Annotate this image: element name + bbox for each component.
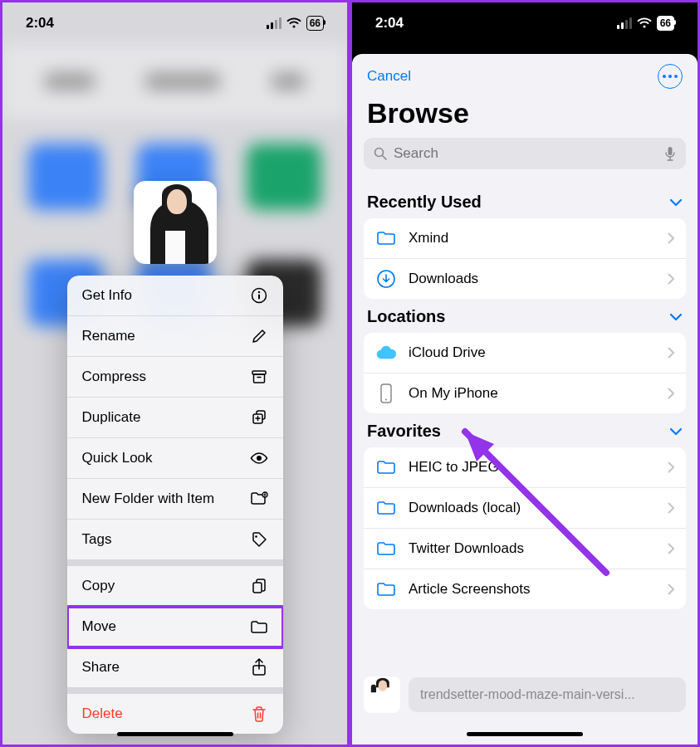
- svg-point-7: [257, 456, 262, 461]
- home-indicator[interactable]: [467, 732, 583, 736]
- info-icon: [250, 286, 268, 305]
- row-label: Downloads: [409, 271, 478, 287]
- row-label: On My iPhone: [409, 385, 498, 402]
- svg-point-13: [668, 75, 672, 78]
- icloud-icon: [375, 342, 397, 364]
- location-row-twitter-downloads[interactable]: Twitter Downloads: [364, 529, 686, 569]
- page-title: Browse: [352, 94, 698, 138]
- eye-icon: [250, 449, 268, 467]
- menu-item-label: Compress: [82, 369, 146, 385]
- chevron-right-icon: [668, 388, 674, 399]
- screenshot-left: 2:04 66 Get InfoRenameCompressDuplicateQ…: [0, 0, 350, 747]
- chevron-right-icon: [668, 461, 674, 473]
- section-header-favorites[interactable]: Favorites: [352, 413, 698, 447]
- mic-icon[interactable]: [664, 146, 676, 161]
- share-icon: [250, 658, 268, 676]
- chevron-right-icon: [668, 273, 674, 285]
- chevron-down-icon[interactable]: [669, 313, 683, 321]
- list: HEIC to JPEGDownloads (local)Twitter Dow…: [364, 447, 686, 609]
- cancel-button[interactable]: Cancel: [367, 68, 411, 85]
- section-title: Favorites: [367, 422, 441, 441]
- battery-icon: 66: [657, 16, 674, 31]
- row-label: iCloud Drive: [409, 344, 486, 361]
- menu-item-label: Rename: [82, 328, 135, 344]
- section-header-locations[interactable]: Locations: [352, 299, 698, 333]
- context-menu: Get InfoRenameCompressDuplicateQuick Loo…: [67, 276, 283, 734]
- iphone-icon: [375, 383, 397, 404]
- menu-item-new-folder-with-item[interactable]: New Folder with Item: [67, 479, 283, 520]
- svg-point-9: [255, 535, 257, 538]
- signal-icon: [267, 17, 281, 29]
- home-indicator[interactable]: [117, 732, 233, 736]
- chevron-down-icon[interactable]: [669, 198, 683, 207]
- menu-item-label: Copy: [82, 578, 115, 594]
- moving-file-thumb: [364, 676, 400, 713]
- screenshot-right: 2:04 66 Cancel Browse Recently UsedX: [350, 0, 700, 747]
- section-title: Recently Used: [367, 193, 482, 212]
- svg-rect-4: [253, 374, 264, 383]
- more-options-button[interactable]: [658, 64, 683, 89]
- svg-point-14: [674, 75, 678, 78]
- menu-item-copy[interactable]: Copy: [67, 566, 283, 607]
- row-label: Twitter Downloads: [409, 540, 524, 557]
- section-header-recently-used[interactable]: Recently Used: [352, 184, 698, 218]
- folder-icon: [375, 579, 397, 600]
- chevron-right-icon: [668, 502, 674, 514]
- chevron-right-icon: [668, 543, 674, 554]
- menu-item-move[interactable]: Move: [67, 607, 283, 647]
- location-row-on-my-iphone[interactable]: On My iPhone: [364, 374, 686, 413]
- section-title: Locations: [367, 307, 445, 326]
- row-label: Article Screenshots: [409, 581, 530, 598]
- menu-item-get-info[interactable]: Get Info: [67, 276, 283, 316]
- tag-icon: [250, 530, 268, 549]
- folder-icon: [375, 497, 397, 519]
- search-input[interactable]: [394, 145, 658, 162]
- location-row-downloads-(local)[interactable]: Downloads (local): [364, 488, 686, 529]
- duplicate-icon: [250, 408, 268, 427]
- menu-item-duplicate[interactable]: Duplicate: [67, 398, 283, 438]
- location-row-article-screenshots[interactable]: Article Screenshots: [364, 569, 686, 609]
- list: iCloud DriveOn My iPhone: [364, 333, 686, 413]
- search-field[interactable]: [364, 138, 686, 169]
- status-time: 2:04: [26, 15, 54, 32]
- row-label: HEIC to JPEG: [409, 459, 499, 476]
- battery-icon: 66: [306, 16, 324, 31]
- location-row-xmind[interactable]: Xmind: [364, 218, 686, 259]
- location-row-heic-to-jpeg[interactable]: HEIC to JPEG: [364, 447, 686, 488]
- chevron-down-icon[interactable]: [669, 427, 683, 436]
- menu-item-rename[interactable]: Rename: [67, 316, 283, 357]
- wifi-icon: [286, 17, 301, 29]
- archive-icon: [250, 368, 268, 386]
- svg-rect-2: [258, 295, 260, 300]
- move-sheet: Cancel Browse Recently UsedXmindDownload…: [352, 54, 698, 745]
- copy-icon: [250, 577, 268, 595]
- menu-item-label: Tags: [82, 531, 112, 548]
- svg-point-20: [385, 399, 387, 401]
- folder-icon: [375, 538, 397, 559]
- menu-item-share[interactable]: Share: [67, 647, 283, 687]
- location-row-downloads[interactable]: Downloads: [364, 259, 686, 299]
- download-circle-icon: [375, 268, 397, 290]
- menu-item-tags[interactable]: Tags: [67, 520, 283, 559]
- moving-file-bar: trendsetter-mood-maze-main-versi...: [364, 676, 686, 713]
- pencil-icon: [250, 327, 268, 345]
- menu-item-label: Get Info: [82, 287, 132, 304]
- menu-item-label: Quick Look: [82, 450, 153, 466]
- folder-icon: [375, 456, 397, 478]
- menu-item-label: Duplicate: [82, 409, 141, 426]
- menu-item-label: New Folder with Item: [82, 491, 215, 507]
- location-row-icloud-drive[interactable]: iCloud Drive: [364, 333, 686, 374]
- menu-item-quick-look[interactable]: Quick Look: [67, 438, 283, 479]
- row-label: Downloads (local): [409, 500, 521, 516]
- svg-line-16: [383, 156, 387, 160]
- list: XmindDownloads: [364, 218, 686, 299]
- chevron-right-icon: [668, 347, 674, 359]
- signal-icon: [617, 17, 632, 29]
- menu-item-delete[interactable]: Delete: [67, 694, 283, 734]
- folder-icon: [250, 618, 268, 636]
- menu-item-compress[interactable]: Compress: [67, 357, 283, 398]
- svg-point-12: [663, 75, 666, 78]
- trash-icon: [250, 705, 268, 723]
- menu-item-label: Move: [82, 618, 117, 635]
- status-bar: 2:04 66: [352, 2, 698, 44]
